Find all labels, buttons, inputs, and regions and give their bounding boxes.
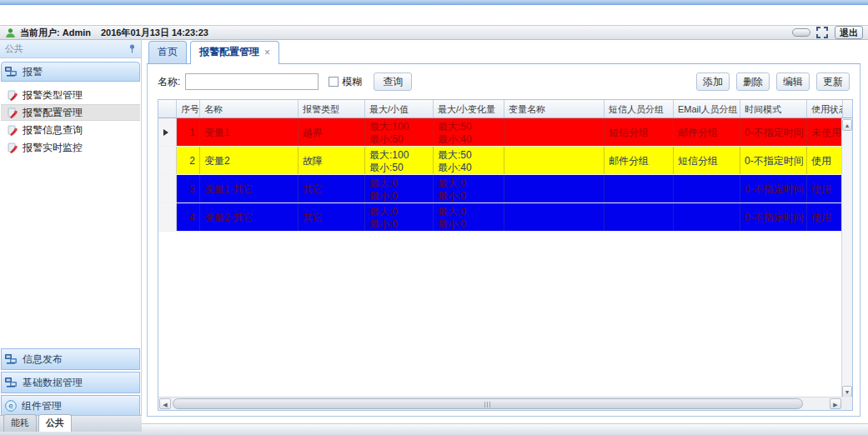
user-icon: [5, 28, 16, 38]
sidebar-tab-public[interactable]: 公共: [38, 414, 72, 432]
sidebar-header-title: 公共: [5, 42, 23, 55]
sidebar-section-info-publish[interactable]: 信息发布: [1, 348, 140, 370]
main-panel: 首页 报警配置管理 × 名称: 模糊 查询 添加 删除 编辑 更新: [147, 40, 860, 417]
sidebar-header: 公共: [0, 40, 141, 58]
fuzzy-checkbox[interactable]: [329, 77, 339, 87]
sidebar-section-alarm[interactable]: 报警: [1, 62, 140, 82]
sidebar-section-base-data-mgmt[interactable]: 基础数据管理: [1, 372, 140, 393]
svg-text:e: e: [8, 402, 13, 410]
sidebar-item-alarm-info-query[interactable]: 报警信息查询: [1, 122, 140, 138]
tab-home[interactable]: 首页: [148, 41, 187, 63]
cell-sms-group: 邮件分组: [605, 147, 674, 174]
current-user-label: 当前用户: Admin: [20, 27, 91, 39]
table-row[interactable]: 2 变量2 故障 最大:100最小:50 最大:50最小:40 邮件分组 短信分…: [158, 147, 852, 175]
table-row[interactable]: 4 变量2-其它 其它 最大:0最小:0 最大:0最小:0 0-不指定时间 使用: [158, 203, 852, 232]
alarm-tool-icon: [7, 90, 18, 101]
sidebar-item-alarm-type-mgmt[interactable]: 报警类型管理: [1, 87, 140, 103]
cell-use-status: 使用: [807, 203, 843, 231]
cell-time-mode: 0-不指定时间: [740, 118, 807, 146]
col-header-alarm-type[interactable]: 报警类型: [299, 100, 365, 118]
col-header-maxmin-change[interactable]: 最大/小变化量: [434, 100, 504, 118]
cell-time-mode: 0-不指定时间: [740, 203, 807, 231]
cell-use-status: 使用: [807, 175, 843, 202]
scroll-thumb-grip: [484, 402, 490, 408]
cell-maxmin: 最大:100最小:50: [365, 118, 434, 146]
cell-alarm-type: 其它: [299, 203, 365, 231]
pin-icon[interactable]: [128, 44, 136, 53]
add-button[interactable]: 添加: [696, 72, 730, 91]
sidebar-item-alarm-config-mgmt[interactable]: 报警配置管理: [1, 104, 140, 121]
table-header-row: 序号 名称 报警类型 最大/小值 最大/小变化量 变量名称 短信人员分组 EMa…: [158, 100, 852, 118]
cell-seq: 2: [177, 147, 200, 174]
cell-time-mode: 0-不指定时间: [740, 175, 807, 202]
minimize-button[interactable]: [792, 28, 810, 37]
row-selected-arrow-icon: [163, 129, 168, 136]
cell-use-status: 使用: [807, 147, 843, 174]
sidebar-item-label: 报警配置管理: [23, 106, 83, 120]
row-indicator-cell: [158, 175, 177, 202]
delete-button[interactable]: 删除: [736, 72, 770, 91]
col-header-indicator: [158, 100, 177, 118]
alarm-tool-icon: [7, 125, 18, 136]
scroll-down-icon[interactable]: ▼: [842, 386, 852, 398]
cell-sms-group: [605, 175, 674, 202]
vertical-scrollbar[interactable]: ▲ ▼: [841, 118, 852, 398]
sidebar-section-label: 组件管理: [22, 399, 62, 413]
cell-alarm-type: 故障: [299, 147, 365, 174]
name-label: 名称:: [158, 75, 180, 89]
col-header-name[interactable]: 名称: [200, 100, 299, 118]
cell-email-group: [674, 203, 740, 231]
alarm-config-table: 序号 名称 报警类型 最大/小值 最大/小变化量 变量名称 短信人员分组 EMa…: [158, 99, 853, 411]
cell-seq: 3: [177, 175, 200, 202]
cell-var-name: [504, 147, 605, 174]
scroll-left-icon[interactable]: ◀: [159, 398, 171, 409]
name-input[interactable]: [185, 73, 319, 90]
alarm-section-label: 报警: [23, 65, 43, 79]
scroll-right-icon[interactable]: ▶: [830, 398, 841, 409]
horizontal-scrollbar[interactable]: ◀ ▶: [158, 397, 842, 410]
table-row[interactable]: 1 变量1 越界 最大:100最小:50 最大:50最小:40 短信分组 邮件分…: [158, 118, 852, 147]
sidebar-bottom-tabbar: 能耗 公共: [0, 415, 142, 432]
row-indicator-cell: [158, 147, 177, 174]
tab-close-icon[interactable]: ×: [264, 48, 270, 57]
cell-sms-group: 短信分组: [605, 118, 674, 146]
cell-var-name: [504, 203, 605, 231]
col-header-sms-group[interactable]: 短信人员分组: [605, 100, 674, 118]
datetime-label: 2016年01月13日 14:23:23: [101, 27, 208, 39]
sidebar: 公共 报警 报警类型管理 报警配置管理: [0, 40, 142, 432]
sidebar-item-label: 报警信息查询: [23, 123, 83, 138]
col-header-var-name[interactable]: 变量名称: [504, 100, 605, 118]
cell-name: 变量2-其它: [200, 203, 299, 231]
search-toolbar: 名称: 模糊 查询 添加 删除 编辑 更新: [148, 69, 860, 94]
cell-sms-group: [605, 203, 674, 231]
cell-seq: 1: [177, 118, 200, 146]
col-header-maxmin[interactable]: 最大/小值: [365, 100, 434, 118]
edit-button[interactable]: 编辑: [776, 72, 810, 91]
sidebar-tab-energy[interactable]: 能耗: [3, 414, 37, 432]
col-header-seq[interactable]: 序号: [177, 100, 200, 118]
base-data-section-icon: [5, 378, 18, 388]
info-publish-section-icon: [5, 354, 18, 365]
cell-name: 变量2: [200, 147, 299, 174]
update-button[interactable]: 更新: [816, 72, 850, 91]
cell-alarm-type: 其它: [299, 175, 365, 202]
cell-maxmin-change: 最大:50最小:40: [434, 147, 504, 174]
sidebar-item-alarm-realtime-monitor[interactable]: 报警实时监控: [1, 139, 140, 156]
col-header-use-status[interactable]: 使用状态: [807, 100, 843, 118]
cell-email-group: [674, 175, 740, 202]
tab-alarm-config-mgmt[interactable]: 报警配置管理 ×: [190, 41, 279, 64]
cell-email-group: 邮件分组: [674, 118, 740, 146]
alarm-tool-icon: [7, 108, 18, 118]
horizontal-scroll-thumb[interactable]: [173, 398, 803, 409]
fullscreen-icon[interactable]: [816, 27, 828, 38]
col-header-email-group[interactable]: EMail人员分组: [674, 100, 740, 118]
col-header-time-mode[interactable]: 时间模式: [740, 100, 807, 118]
query-button[interactable]: 查询: [374, 72, 412, 91]
logout-button[interactable]: 退出: [835, 26, 863, 39]
scroll-up-icon[interactable]: ▲: [842, 119, 852, 131]
alarm-tool-icon: [7, 142, 18, 153]
cell-maxmin: 最大:100最小:50: [365, 147, 434, 174]
cell-maxmin-change: 最大:50最小:40: [434, 118, 504, 146]
table-row[interactable]: 3 变量1-其它 其它 最大:0最小:0 最大:0最小:0 0-不指定时间 使用: [158, 175, 852, 203]
user-bar: 当前用户: Admin 2016年01月13日 14:23:23 退出: [0, 25, 868, 40]
